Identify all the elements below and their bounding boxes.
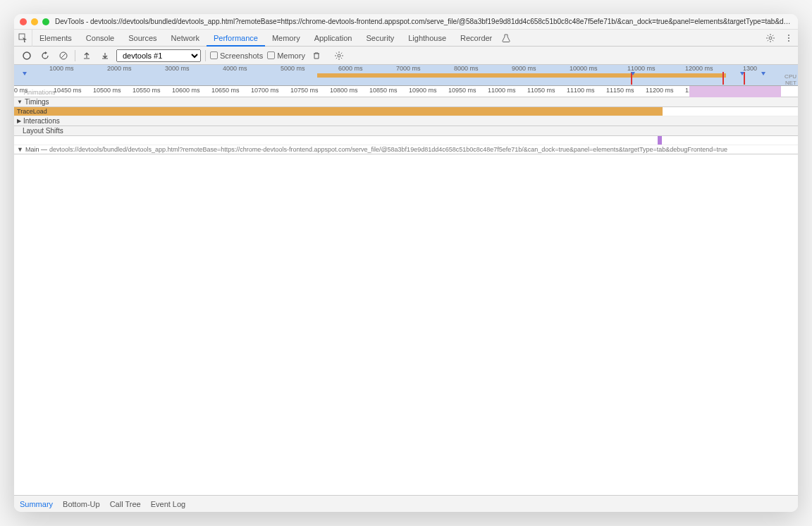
bottom-tab-call-tree[interactable]: Call Tree <box>110 500 141 508</box>
overview-tick: 6000 ms <box>338 65 363 72</box>
overview-triangle <box>631 72 635 75</box>
detail-ruler[interactable]: Animations 0 ms10450 ms10500 ms10550 ms1… <box>14 86 798 97</box>
tab-memory[interactable]: Memory <box>265 30 307 47</box>
overview-tick: 3000 ms <box>165 65 190 72</box>
tab-network[interactable]: Network <box>164 30 207 47</box>
upload-button[interactable] <box>80 49 94 63</box>
ruler-tick: 11200 ms <box>646 87 674 94</box>
overview-strip[interactable]: CPU NET 1000 ms2000 ms3000 ms4000 ms5000… <box>14 65 798 86</box>
overview-triangle <box>740 72 744 75</box>
traceload-bar[interactable]: TraceLoad <box>14 107 663 116</box>
traffic-lights <box>20 18 49 25</box>
ruler-tick: 10650 ms <box>211 87 240 94</box>
memory-check[interactable]: Memory <box>267 51 305 60</box>
cpu-label: CPU <box>785 73 796 80</box>
main-thread-header[interactable]: ▼Main —devtools://devtools/bundled/devto… <box>14 145 798 154</box>
ruler-tick: 10800 ms <box>330 87 358 94</box>
reload-button[interactable] <box>38 49 52 63</box>
overview-tick: 12000 ms <box>685 65 713 72</box>
ruler-tick: 10500 ms <box>93 87 121 94</box>
interactions-header[interactable]: ▶Interactions <box>14 116 798 126</box>
tab-elements[interactable]: Elements <box>32 30 79 47</box>
tracks-area[interactable]: ▼Timings TraceLoad ▶Interactions Layout … <box>14 97 798 495</box>
overview-tick: 8000 ms <box>454 65 479 72</box>
overview-tick: 1300 <box>743 65 757 72</box>
tab-lighthouse[interactable]: Lighthouse <box>401 30 453 47</box>
ruler-tick: 10450 ms <box>54 87 82 94</box>
overview-tick: 7000 ms <box>396 65 421 72</box>
overview-triangle <box>23 72 27 75</box>
flask-icon <box>502 34 510 42</box>
svg-point-1 <box>769 37 772 39</box>
ruler-tick: 10600 ms <box>172 87 200 94</box>
download-button[interactable] <box>98 49 112 63</box>
ruler-tick: 11050 ms <box>527 87 555 94</box>
close-icon[interactable] <box>20 18 27 25</box>
maximize-icon[interactable] <box>42 18 49 25</box>
timings-header[interactable]: ▼Timings <box>14 97 798 107</box>
ruler-tick: 11100 ms <box>567 87 595 94</box>
overview-tick: 1000 ms <box>49 65 74 72</box>
ruler-tick: 10900 ms <box>409 87 437 94</box>
ruler-tick: 10950 ms <box>448 87 476 94</box>
profile-select[interactable]: devtools #1 <box>116 49 201 62</box>
bottom-tabs: SummaryBottom-UpCall TreeEvent Log <box>14 495 798 512</box>
svg-point-8 <box>338 54 340 57</box>
main-tabbar: ElementsConsoleSourcesNetworkPerformance… <box>14 30 798 47</box>
trash-button[interactable] <box>309 49 324 63</box>
tab-performance[interactable]: Performance <box>207 30 265 47</box>
layout-shifts-header[interactable]: Layout Shifts <box>14 126 798 136</box>
bottom-tab-event-log[interactable]: Event Log <box>151 500 186 508</box>
layout-shift-row <box>14 136 798 145</box>
svg-point-2 <box>788 35 789 36</box>
inspect-icon[interactable] <box>14 30 32 47</box>
titlebar: DevTools - devtools://devtools/bundled/d… <box>14 14 798 30</box>
svg-line-7 <box>61 54 66 58</box>
tab-security[interactable]: Security <box>359 30 401 47</box>
traceload-row: TraceLoad <box>14 107 798 116</box>
layout-shift-bar[interactable] <box>658 136 662 145</box>
svg-point-5 <box>23 52 30 59</box>
overview-marker <box>722 72 724 85</box>
window-title: DevTools - devtools://devtools/bundled/d… <box>55 18 792 25</box>
ruler-selection <box>689 86 781 97</box>
overview-tick: 4000 ms <box>223 65 247 72</box>
record-button[interactable] <box>20 49 34 63</box>
screenshots-check[interactable]: Screenshots <box>210 51 263 60</box>
tab-sources[interactable]: Sources <box>121 30 164 47</box>
overview-tick: 11000 ms <box>627 65 656 72</box>
overview-tick: 2000 ms <box>107 65 132 72</box>
minimize-icon[interactable] <box>31 18 38 25</box>
ruler-tick: 0 ms <box>14 87 28 94</box>
more-icon[interactable] <box>780 30 798 47</box>
bottom-tab-bottom-up[interactable]: Bottom-Up <box>63 500 100 508</box>
clear-button[interactable] <box>56 49 70 63</box>
tab-console[interactable]: Console <box>79 30 121 47</box>
svg-point-3 <box>788 37 789 39</box>
overview-tick: 10000 ms <box>570 65 598 72</box>
tab-application[interactable]: Application <box>307 30 359 47</box>
net-label: NET <box>785 80 796 86</box>
ruler-tick: 10750 ms <box>290 87 319 94</box>
settings-icon[interactable] <box>761 30 780 47</box>
devtools-window: DevTools - devtools://devtools/bundled/d… <box>14 14 798 512</box>
ruler-tick: 10550 ms <box>133 87 161 94</box>
overview-activity <box>317 73 726 78</box>
overview-tick: 5000 ms <box>281 65 305 72</box>
overview-tick: 9000 ms <box>512 65 536 72</box>
tab-recorder[interactable]: Recorder <box>453 30 499 47</box>
ruler-tick: 11000 ms <box>488 87 516 94</box>
ruler-tick: 10700 ms <box>251 87 279 94</box>
ruler-tick: 10850 ms <box>369 87 398 94</box>
overview-triangle <box>761 72 765 75</box>
perf-settings-icon[interactable] <box>332 49 346 63</box>
bottom-tab-summary[interactable]: Summary <box>20 500 53 508</box>
perf-toolbar: devtools #1 Screenshots Memory <box>14 47 798 65</box>
ruler-tick: 11150 ms <box>606 87 634 94</box>
animations-label: Animations <box>24 89 56 96</box>
svg-point-4 <box>788 40 789 42</box>
